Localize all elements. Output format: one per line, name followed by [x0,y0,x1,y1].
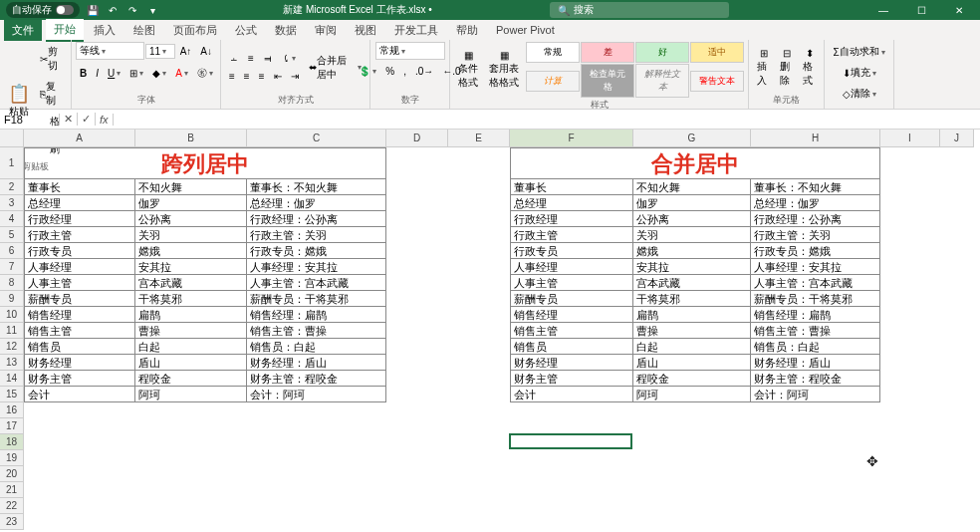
row-header[interactable]: 4 [0,211,24,227]
style-neutral[interactable]: 适中 [690,42,744,63]
cell[interactable]: 总经理 [510,195,633,211]
font-color-button[interactable]: A▾ [171,65,192,82]
cell[interactable]: 公孙离 [135,211,247,227]
cell[interactable]: 销售经理：扁鹊 [247,307,386,323]
cell[interactable]: 安其拉 [633,259,751,275]
row-header[interactable]: 15 [0,387,24,402]
percent-icon[interactable]: % [381,63,398,80]
maximize-button[interactable]: ☐ [906,5,936,16]
border-button[interactable]: ⊞▾ [125,65,147,82]
cell[interactable]: 董事长 [24,179,135,195]
col-header[interactable]: H [751,130,880,147]
cell[interactable]: 人事经理 [510,259,633,275]
cell[interactable]: 销售经理 [510,307,633,323]
col-header[interactable]: B [135,130,247,147]
cell[interactable]: 不知火舞 [633,179,751,195]
cell[interactable]: 薪酬专员 [24,291,135,307]
cell[interactable]: 销售经理 [24,307,135,323]
cell[interactable]: 薪酬专员：干将莫邪 [751,291,880,307]
cell[interactable]: 伽罗 [633,195,751,211]
cell[interactable]: 关羽 [135,227,247,243]
cell[interactable]: 销售员 [510,339,633,355]
table-format-button[interactable]: ▦套用表格格式 [485,47,524,93]
name-box[interactable]: F18 [0,114,60,126]
cell[interactable]: 会计：阿珂 [247,387,386,402]
row-header[interactable]: 14 [0,371,24,387]
cell[interactable]: 会计 [510,387,633,402]
minimize-button[interactable]: — [868,5,898,16]
cell[interactable]: 合并居中 [510,147,880,179]
font-size-select[interactable]: 11▾ [145,44,175,59]
cell[interactable]: 财务主管 [24,371,135,387]
tab-数据[interactable]: 数据 [267,20,305,41]
cell[interactable]: 行政主管：关羽 [751,227,880,243]
align-middle-icon[interactable]: ≡ [244,50,258,67]
cell[interactable]: 行政经理 [24,211,135,227]
row-header[interactable]: 6 [0,243,24,259]
cell[interactable]: 财务主管 [510,371,633,387]
cell[interactable]: 不知火舞 [135,179,247,195]
cell[interactable]: 财务主管：程咬金 [247,371,386,387]
decrease-font-icon[interactable]: A↓ [196,43,216,60]
autosave-toggle[interactable]: 自动保存 [6,2,80,18]
indent-inc-icon[interactable]: ⇥ [287,68,303,85]
select-all-corner[interactable] [0,130,24,147]
style-normal[interactable]: 常规 [526,42,580,63]
tab-开发工具[interactable]: 开发工具 [386,20,446,41]
col-header[interactable]: C [247,130,386,147]
currency-icon[interactable]: 💲▾ [355,63,380,80]
autosum-button[interactable]: Σ 自动求和▾ [829,42,888,62]
cell[interactable]: 阿珂 [135,387,247,402]
cell[interactable]: 销售员 [24,339,135,355]
align-right-icon[interactable]: ≡ [255,68,269,85]
row-header[interactable]: 7 [0,259,24,275]
search-box[interactable]: 🔍 搜索 [550,2,729,18]
cell[interactable]: 行政专员 [24,243,135,259]
cell[interactable]: 白起 [633,339,751,355]
row-header[interactable]: 10 [0,307,24,323]
cell[interactable]: 行政主管 [510,227,633,243]
style-warn[interactable]: 警告文本 [690,71,744,92]
tab-审阅[interactable]: 审阅 [307,20,345,41]
cell[interactable]: 宫本武藏 [135,275,247,291]
cell[interactable]: 曹操 [633,323,751,339]
cell[interactable]: 财务经理 [24,355,135,371]
row-header[interactable]: 3 [0,195,24,211]
cell[interactable]: 跨列居中 [24,147,386,179]
italic-button[interactable]: I [92,65,103,82]
close-button[interactable]: ✕ [944,5,974,16]
align-bottom-icon[interactable]: ⫤ [259,50,277,67]
row-header[interactable]: 17 [0,418,24,434]
delete-cells-button[interactable]: ⊟删除 [776,45,797,91]
row-header[interactable]: 8 [0,275,24,291]
cell[interactable]: 安其拉 [135,259,247,275]
bold-button[interactable]: B [76,65,91,82]
number-format-select[interactable]: 常规▾ [375,42,445,60]
insert-cells-button[interactable]: ⊞插入 [753,45,774,91]
cell[interactable]: 董事长：不知火舞 [751,179,880,195]
cell[interactable]: 盾山 [633,355,751,371]
cell[interactable]: 财务经理：盾山 [247,355,386,371]
cell[interactable]: 嫦娥 [135,243,247,259]
cell[interactable]: 程咬金 [135,371,247,387]
style-good[interactable]: 好 [635,42,689,63]
save-icon[interactable]: 💾 [86,3,100,17]
cell[interactable]: 总经理 [24,195,135,211]
cell[interactable]: 董事长 [510,179,633,195]
cell[interactable]: 干将莫邪 [633,291,751,307]
tab-公式[interactable]: 公式 [227,20,265,41]
cell[interactable]: 人事主管 [24,275,135,291]
cell[interactable]: 销售员：白起 [247,339,386,355]
cell[interactable]: 行政专员 [510,243,633,259]
row-header[interactable]: 21 [0,482,24,498]
cell[interactable]: 曹操 [135,323,247,339]
cell[interactable]: 行政经理：公孙离 [751,211,880,227]
redo-icon[interactable]: ↷ [125,3,139,17]
cell[interactable]: 行政专员：嫦娥 [751,243,880,259]
tab-帮助[interactable]: 帮助 [448,20,486,41]
phonetic-button[interactable]: ㊔▾ [193,63,217,83]
font-name-select[interactable]: 等线▾ [76,42,144,60]
cell[interactable]: 人事经理 [24,259,135,275]
style-bad[interactable]: 差 [581,42,634,63]
style-check[interactable]: 检查单元格 [581,64,634,98]
